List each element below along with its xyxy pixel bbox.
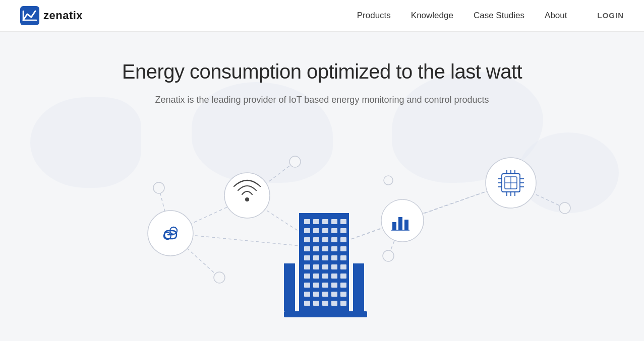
svg-rect-54 [322, 219, 328, 224]
svg-point-25 [245, 197, 249, 201]
nav-item-products[interactable]: Products [357, 11, 391, 21]
svg-rect-96 [340, 292, 346, 297]
svg-rect-86 [340, 274, 346, 279]
svg-rect-55 [331, 219, 337, 224]
navbar: zenatix Products Knowledge Case Studies … [0, 0, 644, 32]
svg-rect-62 [304, 237, 310, 242]
svg-rect-61 [340, 228, 346, 233]
svg-rect-91 [340, 283, 346, 288]
svg-rect-72 [304, 255, 310, 260]
svg-rect-48 [284, 311, 367, 317]
hero-title: Energy consumption optimized to the last… [0, 59, 644, 84]
svg-rect-75 [331, 255, 337, 260]
nav-links: Products Knowledge Case Studies About LO… [357, 11, 624, 21]
svg-rect-80 [331, 264, 337, 269]
svg-point-17 [383, 250, 394, 261]
svg-rect-53 [313, 219, 319, 224]
svg-rect-94 [322, 292, 328, 297]
nav-item-case-studies[interactable]: Case Studies [474, 11, 524, 21]
svg-rect-70 [331, 246, 337, 251]
svg-rect-58 [313, 228, 319, 233]
svg-rect-59 [322, 228, 328, 233]
svg-rect-56 [340, 219, 346, 224]
svg-rect-50 [353, 263, 364, 311]
nav-link-case-studies[interactable]: Case Studies [474, 11, 524, 20]
hero-text: Energy consumption optimized to the last… [0, 32, 644, 105]
svg-rect-97 [304, 301, 310, 306]
svg-rect-93 [313, 292, 319, 297]
svg-rect-29 [404, 220, 408, 230]
svg-rect-28 [398, 217, 402, 230]
logo-icon [20, 6, 39, 25]
nav-link-about[interactable]: About [545, 11, 567, 20]
svg-rect-99 [322, 301, 328, 306]
svg-rect-74 [322, 255, 328, 260]
svg-rect-88 [313, 283, 319, 288]
svg-rect-89 [322, 283, 328, 288]
svg-point-15 [153, 182, 164, 193]
svg-rect-64 [322, 237, 328, 242]
login-button[interactable]: LOGIN [598, 11, 624, 20]
svg-rect-98 [313, 301, 319, 306]
svg-rect-84 [322, 274, 328, 279]
svg-rect-27 [392, 222, 396, 230]
svg-rect-83 [313, 274, 319, 279]
svg-rect-71 [340, 246, 346, 251]
logo-text: zenatix [43, 9, 83, 22]
svg-rect-95 [331, 292, 337, 297]
svg-rect-92 [304, 292, 310, 297]
svg-rect-52 [304, 219, 310, 224]
nav-link-products[interactable]: Products [357, 11, 391, 20]
svg-rect-60 [331, 228, 337, 233]
svg-rect-82 [304, 274, 310, 279]
svg-point-24 [224, 173, 270, 218]
svg-rect-78 [313, 264, 319, 269]
svg-rect-49 [284, 263, 295, 311]
svg-point-19 [384, 176, 393, 185]
svg-point-16 [214, 272, 225, 283]
svg-rect-77 [304, 264, 310, 269]
svg-rect-90 [331, 283, 337, 288]
svg-rect-79 [322, 264, 328, 269]
svg-rect-57 [304, 228, 310, 233]
nav-item-login[interactable]: LOGIN [588, 11, 624, 20]
nav-item-knowledge[interactable]: Knowledge [411, 11, 453, 21]
hero-subtitle: Zenatix is the leading provider of IoT b… [0, 95, 644, 105]
nav-link-knowledge[interactable]: Knowledge [411, 11, 453, 20]
svg-rect-81 [340, 264, 346, 269]
svg-rect-67 [304, 246, 310, 251]
svg-point-18 [559, 202, 570, 214]
svg-rect-87 [304, 283, 310, 288]
svg-rect-65 [331, 237, 337, 242]
svg-rect-66 [340, 237, 346, 242]
svg-rect-69 [322, 246, 328, 251]
svg-rect-68 [313, 246, 319, 251]
svg-rect-85 [331, 274, 337, 279]
svg-rect-100 [331, 301, 337, 306]
svg-rect-63 [313, 237, 319, 242]
svg-rect-101 [340, 301, 346, 306]
svg-point-14 [289, 156, 301, 167]
svg-rect-76 [340, 255, 346, 260]
logo[interactable]: zenatix [20, 6, 83, 25]
nav-item-about[interactable]: About [545, 11, 567, 21]
svg-rect-73 [313, 255, 319, 260]
